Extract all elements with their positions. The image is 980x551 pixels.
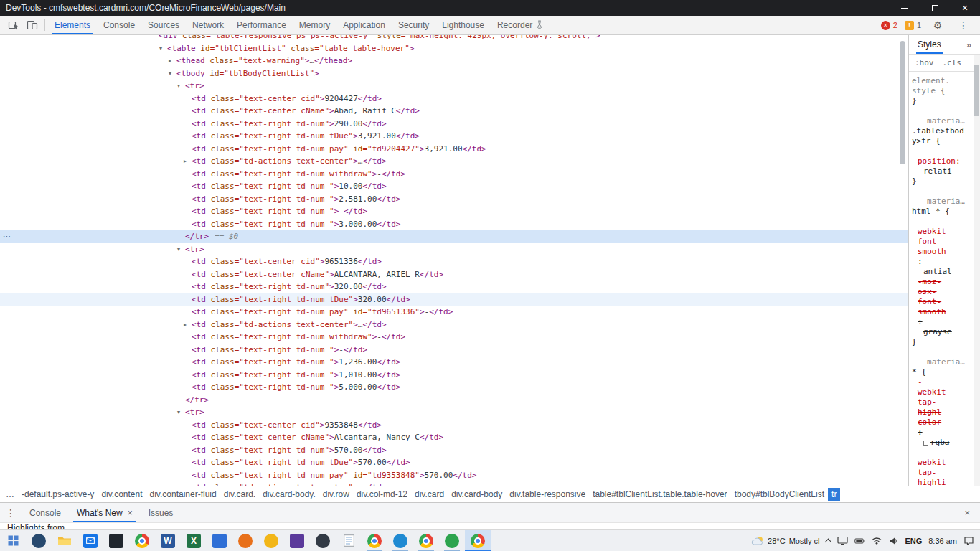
display-icon[interactable]: [837, 536, 848, 545]
tab-styles[interactable]: Styles: [915, 35, 944, 54]
taskbar-chrome-3[interactable]: [413, 530, 439, 551]
css-declaration[interactable]: highl: [909, 408, 973, 418]
css-declaration[interactable]: [909, 347, 973, 357]
dom-tree-line[interactable]: <td class="text-right td-num ">10.00</td…: [0, 180, 908, 193]
taskbar-search[interactable]: [26, 530, 52, 551]
css-declaration[interactable]: webkit: [909, 458, 973, 468]
css-declaration[interactable]: y>tr {: [909, 136, 973, 146]
expand-arrow-icon[interactable]: ▸: [184, 155, 192, 168]
taskbar-firefox[interactable]: [232, 530, 258, 551]
css-declaration[interactable]: :: [909, 428, 973, 438]
minimize-button[interactable]: [890, 0, 920, 16]
stylesheet-source-link[interactable]: materia…: [909, 357, 973, 367]
breadcrumb-item[interactable]: div.card.: [220, 488, 259, 501]
styles-scrollbar[interactable]: [974, 55, 980, 486]
dom-tree-line[interactable]: <td class="text-right td-num ">-</td>: [0, 344, 908, 357]
expand-arrow-icon[interactable]: ▾: [177, 406, 185, 419]
tab-application[interactable]: Application: [336, 16, 392, 34]
more-tabs-icon[interactable]: »: [966, 39, 980, 50]
dom-tree-line[interactable]: <td class="text-center cid">9204427</td>: [0, 93, 908, 105]
breadcrumb-item[interactable]: …: [2, 488, 18, 501]
css-declaration[interactable]: }: [909, 176, 973, 187]
css-declaration[interactable]: }: [909, 337, 973, 347]
css-declaration[interactable]: font-: [909, 297, 973, 307]
class-toggle[interactable]: .cls: [943, 58, 962, 67]
dom-tree-line[interactable]: <td class="text-center cid">9353848</td>: [0, 419, 908, 432]
drawer-menu-icon[interactable]: ⋮: [0, 504, 22, 522]
dom-tree-line[interactable]: <td class="text-right td-num ">-</td>: [0, 205, 908, 218]
tray-expand-chevron-icon[interactable]: [825, 538, 832, 545]
dom-tree-line[interactable]: ▾<tbody id="tblBodyClientList">: [0, 67, 908, 80]
css-declaration[interactable]: osx-: [909, 287, 973, 297]
dom-tree-line[interactable]: ▾<table id="tblClientList" class="table …: [0, 42, 908, 55]
css-declaration[interactable]: position:: [909, 156, 973, 166]
stylesheet-source-link[interactable]: materia…: [909, 116, 973, 126]
notification-center-icon[interactable]: [963, 536, 974, 545]
drawer-tab-what-s-new[interactable]: What's New×: [69, 503, 141, 522]
dom-tree-line[interactable]: <td class="text-right td-num pay" id="td…: [0, 306, 908, 319]
close-tab-icon[interactable]: ×: [128, 508, 133, 518]
dom-tree-line[interactable]: <td class="text-right td-num withdraw">-…: [0, 168, 908, 181]
breadcrumb-item[interactable]: div.col-md-12: [353, 488, 411, 501]
css-declaration[interactable]: html * {: [909, 207, 973, 217]
breadcrumb-item[interactable]: div.content: [98, 488, 146, 501]
tab-lighthouse[interactable]: Lighthouse: [435, 16, 491, 34]
breadcrumb-item[interactable]: div.card-body.: [259, 488, 319, 501]
battery-icon[interactable]: [854, 537, 865, 545]
css-declaration[interactable]: -: [909, 217, 973, 227]
breadcrumb-item[interactable]: tr: [828, 488, 840, 501]
clock[interactable]: 8:36 am: [928, 537, 957, 545]
css-declaration[interactable]: color: [909, 418, 973, 428]
tab-recorder[interactable]: Recorder: [491, 16, 550, 34]
tab-security[interactable]: Security: [392, 16, 435, 34]
dom-tree-line[interactable]: ▸<td class="td-actions text-center">…</t…: [0, 481, 908, 486]
css-declaration[interactable]: antial: [909, 267, 973, 277]
taskbar-app-blue[interactable]: [207, 530, 232, 551]
css-declaration[interactable]: font-: [909, 237, 973, 247]
css-declaration[interactable]: -: [909, 377, 973, 387]
dom-tree-line[interactable]: ▸<td class="td-actions text-center">…</t…: [0, 319, 908, 331]
taskbar-notepad[interactable]: [336, 530, 362, 551]
error-badge[interactable]: × 2: [881, 21, 897, 30]
taskbar-app-yellow[interactable]: [258, 530, 284, 551]
css-declaration[interactable]: rgba: [909, 438, 973, 448]
breadcrumb-item[interactable]: table#tblClientList.table.table-hover: [589, 488, 730, 501]
dom-tree-line[interactable]: ▾<tr>: [0, 406, 908, 419]
dom-tree-line[interactable]: <td class="text-right td-num withdraw">-…: [0, 331, 908, 344]
css-declaration[interactable]: * {: [909, 367, 973, 377]
dom-tree-line[interactable]: <td class="text-center cName">Abad, Rafi…: [0, 105, 908, 118]
dom-tree-line[interactable]: ⋯</tr>== $0: [0, 230, 908, 243]
dom-tree-line[interactable]: <td class="text-right td-num tDue">3,921…: [0, 130, 908, 143]
breadcrumb-item[interactable]: div.card-body: [448, 488, 506, 501]
expand-arrow-icon[interactable]: ▾: [159, 42, 167, 55]
css-declaration[interactable]: highli: [909, 478, 973, 486]
tab-memory[interactable]: Memory: [293, 16, 336, 34]
css-declaration[interactable]: relati: [909, 166, 973, 176]
drawer-tab-console[interactable]: Console: [22, 503, 69, 522]
dom-tree-line[interactable]: ▸<thead class="text-warning">…</thead>: [0, 55, 908, 67]
dom-tree-line[interactable]: <td class="text-center cName">Alcantara,…: [0, 431, 908, 444]
drawer-close-icon[interactable]: ×: [954, 507, 980, 518]
tab-console[interactable]: Console: [97, 16, 141, 34]
issues-badge[interactable]: ! 1: [905, 21, 921, 30]
css-declaration[interactable]: [909, 187, 973, 197]
taskbar-app-dark-2[interactable]: [310, 530, 336, 551]
stylesheet-source-link[interactable]: materia…: [909, 197, 973, 207]
breadcrumb-item[interactable]: div.container-fluid: [146, 488, 220, 501]
css-declaration[interactable]: -: [909, 448, 973, 458]
expand-arrow-icon[interactable]: ▸: [169, 55, 176, 67]
breadcrumb-item[interactable]: div.table-responsive: [506, 488, 589, 501]
dom-tree-line[interactable]: </tr>: [0, 394, 908, 407]
taskbar-mail[interactable]: [77, 530, 103, 551]
taskbar-app-green[interactable]: [439, 530, 465, 551]
dom-tree-line[interactable]: <td class="text-right td-num ">5,000.00<…: [0, 381, 908, 394]
expand-arrow-icon[interactable]: ▾: [177, 243, 185, 256]
weather-widget[interactable]: 28°C Mostly cl: [751, 536, 819, 545]
dom-tree-line[interactable]: ▾<tr>: [0, 80, 908, 93]
color-swatch-icon[interactable]: [923, 441, 928, 446]
device-toolbar-icon[interactable]: [23, 16, 42, 34]
drawer-tab-issues[interactable]: Issues: [141, 503, 182, 522]
elements-scrollbar[interactable]: [899, 37, 906, 484]
taskbar-word[interactable]: W: [155, 530, 181, 551]
tab-performance[interactable]: Performance: [230, 16, 293, 34]
